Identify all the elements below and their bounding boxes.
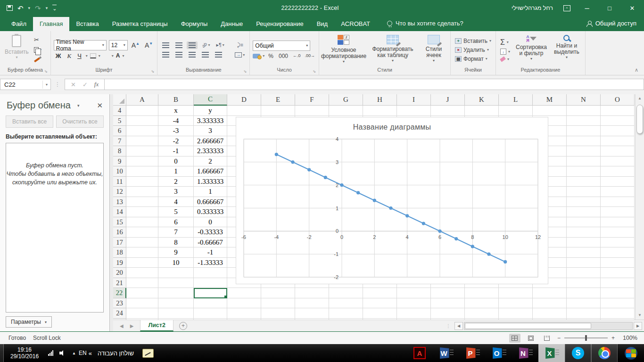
- cell-N12[interactable]: [567, 187, 601, 197]
- col-header-F[interactable]: F: [295, 94, 329, 106]
- cell-A15[interactable]: [126, 217, 158, 228]
- ribbon-tab-Главная[interactable]: Главная: [33, 17, 69, 31]
- cell-K24[interactable]: [465, 308, 499, 319]
- cell-D23[interactable]: [227, 298, 261, 309]
- toolbar-chevron[interactable]: «: [89, 350, 92, 357]
- cell-B7[interactable]: -2: [158, 136, 194, 147]
- cell-A17[interactable]: [126, 238, 158, 248]
- cell-H23[interactable]: [363, 298, 397, 309]
- cell-F22[interactable]: [295, 288, 329, 298]
- cell-B23[interactable]: [158, 298, 194, 309]
- cell-C10[interactable]: 1.666667: [194, 166, 227, 177]
- taskbar-clock[interactable]: 19:16 29/10/2016: [4, 346, 45, 360]
- cell-N25[interactable]: [567, 319, 601, 320]
- new-sheet-button[interactable]: +: [179, 322, 187, 330]
- vertical-scrollbar[interactable]: ▲ ▼: [635, 94, 644, 320]
- cell-I25[interactable]: [397, 319, 431, 320]
- customize-qat-icon[interactable]: ⌄: [52, 5, 57, 12]
- cell-C9[interactable]: 2: [194, 156, 227, 167]
- cell-A6[interactable]: [126, 126, 158, 136]
- ribbon-tab-Рецензирование[interactable]: Рецензирование: [249, 17, 310, 31]
- cell-J24[interactable]: [431, 308, 465, 319]
- cell-O9[interactable]: [601, 156, 635, 167]
- cell-F25[interactable]: [295, 319, 329, 320]
- cell-A18[interactable]: [126, 247, 158, 258]
- cell-B16[interactable]: 7: [158, 227, 194, 238]
- cell-C19[interactable]: -1.33333: [194, 258, 227, 268]
- cell-N9[interactable]: [567, 156, 601, 167]
- cell-H25[interactable]: [363, 319, 397, 320]
- col-header-D[interactable]: D: [227, 94, 261, 106]
- cell-B15[interactable]: 6: [158, 217, 194, 228]
- cell-C25[interactable]: [194, 319, 227, 320]
- maximize-button[interactable]: □: [603, 5, 616, 12]
- taskbar-app-acrobat[interactable]: A: [406, 344, 433, 362]
- cell-O25[interactable]: [601, 319, 635, 320]
- taskbar-app-chrome[interactable]: [591, 344, 618, 362]
- cell-C17[interactable]: -0.66667: [194, 238, 227, 248]
- decrease-indent-button[interactable]: [200, 51, 211, 58]
- cell-C15[interactable]: 0: [194, 217, 227, 228]
- text-direction-button[interactable]: ▸¶▾: [214, 41, 226, 49]
- cell-A22[interactable]: [126, 288, 158, 298]
- merge-center-button[interactable]: ▾: [233, 51, 247, 58]
- delete-cells-button[interactable]: ×Удалить▾: [454, 46, 493, 54]
- cell-N24[interactable]: [567, 308, 601, 319]
- cell-N5[interactable]: [567, 116, 601, 126]
- cell-B8[interactable]: -1: [158, 146, 194, 156]
- cell-E4[interactable]: [261, 106, 295, 116]
- cell-N23[interactable]: [567, 298, 601, 309]
- cell-M24[interactable]: [533, 308, 567, 319]
- cell-N10[interactable]: [567, 166, 601, 177]
- align-top-button[interactable]: [160, 41, 171, 49]
- cell-A9[interactable]: [126, 156, 158, 167]
- cell-A7[interactable]: [126, 136, 158, 147]
- cell-A23[interactable]: [126, 298, 158, 309]
- zoom-level[interactable]: 100%: [619, 335, 637, 341]
- chart[interactable]: Название диаграммы -6-4-2024681012-2-101…: [236, 117, 548, 284]
- cell-F23[interactable]: [295, 298, 329, 309]
- cell-K23[interactable]: [465, 298, 499, 309]
- cell-B20[interactable]: [158, 268, 194, 278]
- taskbar-app-outlook[interactable]: O: [486, 344, 512, 362]
- cell-A20[interactable]: [126, 268, 158, 278]
- zoom-in-button[interactable]: +: [611, 335, 615, 341]
- network-icon[interactable]: [48, 350, 53, 356]
- cell-styles-button[interactable]: Стили ячеек▾: [419, 33, 448, 67]
- col-header-M[interactable]: M: [533, 94, 567, 106]
- cell-I23[interactable]: [397, 298, 431, 309]
- wrap-text-button[interactable]: ⤸≡: [235, 41, 245, 49]
- cell-B14[interactable]: 5: [158, 207, 194, 217]
- shrink-font-button[interactable]: А▼: [143, 41, 154, 49]
- ribbon-tab-ACROBAT[interactable]: ACROBAT: [334, 17, 377, 31]
- confirm-entry-icon[interactable]: ✓: [83, 81, 88, 88]
- cell-C6[interactable]: 3: [194, 126, 227, 136]
- save-icon[interactable]: [7, 5, 13, 11]
- cell-N16[interactable]: [567, 227, 601, 238]
- cell-M23[interactable]: [533, 298, 567, 309]
- row-header-8[interactable]: 8: [113, 146, 126, 156]
- cell-J25[interactable]: [431, 319, 465, 320]
- increase-indent-button[interactable]: [213, 51, 224, 58]
- row-header-18[interactable]: 18: [113, 247, 126, 258]
- cell-C5[interactable]: 3.333333: [194, 116, 227, 126]
- row-header-20[interactable]: 20: [113, 268, 126, 278]
- cut-button[interactable]: ✂: [33, 36, 43, 44]
- cell-C11[interactable]: 1.333333: [194, 177, 227, 187]
- redo-icon[interactable]: ↷: [35, 5, 41, 12]
- scroll-left-icon[interactable]: ◀: [454, 322, 463, 330]
- horizontal-scroll-thumb[interactable]: [465, 323, 591, 329]
- bold-button[interactable]: Ж: [54, 52, 63, 59]
- cell-H4[interactable]: [363, 106, 397, 116]
- percent-style-button[interactable]: %: [267, 53, 275, 59]
- row-header-23[interactable]: 23: [113, 298, 126, 309]
- formula-input[interactable]: [105, 79, 644, 90]
- cell-A19[interactable]: [126, 258, 158, 268]
- cell-E25[interactable]: [261, 319, 295, 320]
- page-layout-view-button[interactable]: [525, 334, 537, 343]
- row-header-15[interactable]: 15: [113, 217, 126, 228]
- paste-button[interactable]: Вставить ▾: [2, 33, 32, 67]
- pane-options-button[interactable]: Параметры▾: [6, 316, 52, 328]
- font-color-button[interactable]: А: [116, 53, 120, 58]
- borders-button[interactable]: [90, 53, 96, 58]
